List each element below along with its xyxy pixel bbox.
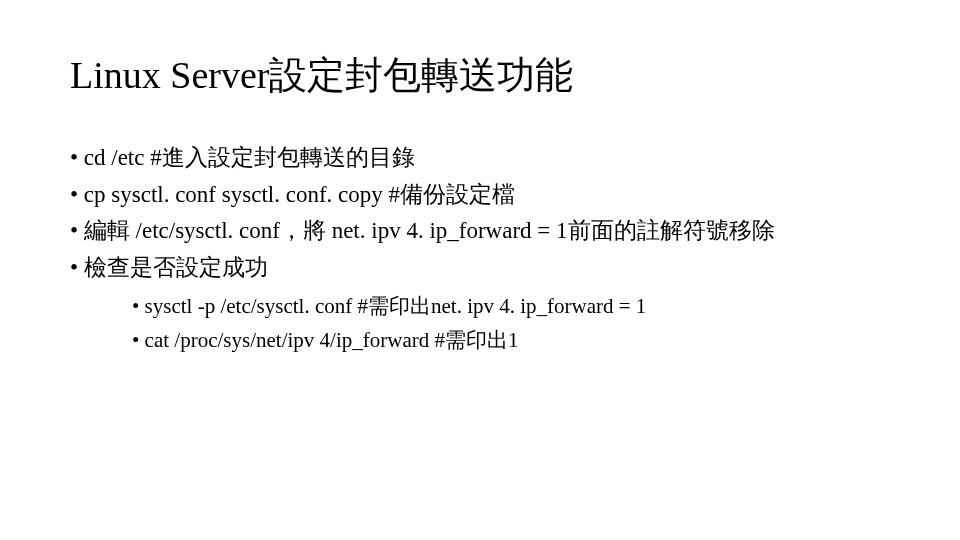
sub-bullet-list: sysctl -p /etc/sysctl. conf #需印出net. ipv… — [92, 291, 890, 356]
list-item: sysctl -p /etc/sysctl. conf #需印出net. ipv… — [132, 291, 890, 323]
list-item-text: 檢查是否設定成功 — [84, 255, 268, 280]
list-item: 檢查是否設定成功 sysctl -p /etc/sysctl. conf #需印… — [70, 251, 890, 357]
slide-title: Linux Server設定封包轉送功能 — [70, 50, 890, 101]
list-item: 編輯 /etc/sysctl. conf，將 net. ipv 4. ip_fo… — [70, 214, 890, 249]
list-item: cat /proc/sys/net/ipv 4/ip_forward #需印出1 — [132, 325, 890, 357]
list-item: cd /etc #進入設定封包轉送的目錄 — [70, 141, 890, 176]
main-bullet-list: cd /etc #進入設定封包轉送的目錄 cp sysctl. conf sys… — [70, 141, 890, 356]
list-item: cp sysctl. conf sysctl. conf. copy #備份設定… — [70, 178, 890, 213]
